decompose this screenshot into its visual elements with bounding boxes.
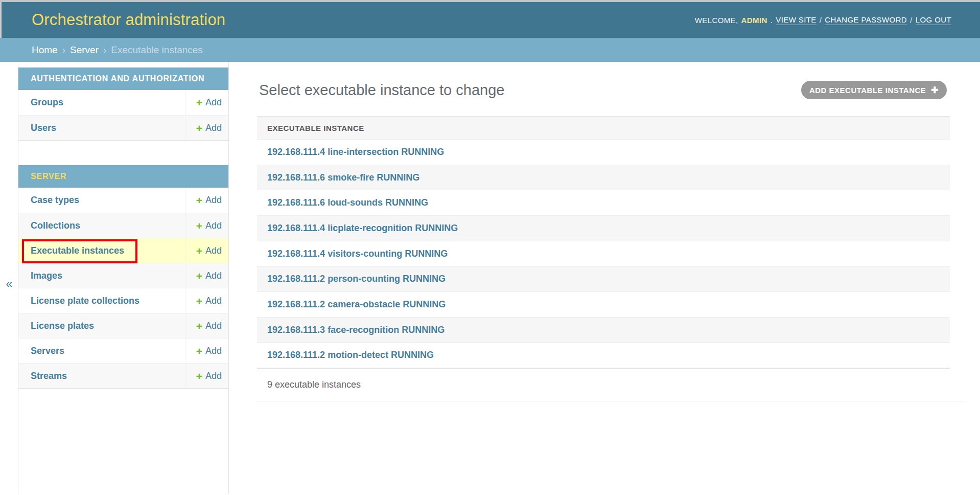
breadcrumb-current: Executable instances [111, 44, 203, 56]
sidebar-add-link[interactable]: + Add [185, 90, 228, 115]
executable-instance-link[interactable]: 192.168.111.4 line-intersection RUNNING [267, 147, 444, 158]
result-count: 9 executable instances [267, 379, 361, 390]
add-label: Add [205, 245, 222, 256]
table-column-header[interactable]: EXECUTABLE INSTANCE [257, 116, 950, 140]
paginator: 9 executable instances [257, 369, 965, 401]
page-title: Select executable instance to change [259, 82, 504, 99]
sidebar-model-link[interactable]: Servers [18, 346, 64, 356]
sidebar-model-link[interactable]: Images [18, 271, 62, 281]
executable-instance-link[interactable]: 192.168.111.3 face-recognition RUNNING [267, 325, 445, 335]
username: ADMIN [741, 16, 767, 25]
sidebar-model-row: Images + Add [18, 263, 228, 288]
add-icon: + [196, 296, 202, 306]
sidebar-section-server-title[interactable]: SERVER [18, 165, 228, 188]
sidebar-add-link[interactable]: + Add [185, 263, 228, 288]
breadcrumb-separator: › [103, 44, 106, 56]
add-label: Add [205, 123, 222, 133]
add-executable-instance-button[interactable]: ADD EXECUTABLE INSTANCE ✚ [801, 81, 947, 99]
executable-instance-link[interactable]: 192.168.111.4 visitors-counting RUNNING [267, 249, 448, 259]
site-title[interactable]: Orchestrator administration [32, 11, 225, 29]
sidebar-add-link[interactable]: + Add [185, 116, 228, 140]
welcome-text: WELCOME, [695, 16, 738, 25]
add-label: Add [205, 271, 222, 281]
add-label: Add [205, 220, 222, 231]
executable-instance-link[interactable]: 192.168.111.2 person-counting RUNNING [267, 274, 446, 284]
plus-icon: ✚ [931, 85, 939, 96]
sidebar-model-row: Groups + Add [18, 90, 228, 115]
add-icon: + [196, 271, 202, 281]
sidebar: AUTHENTICATION AND AUTHORIZATION Groups … [18, 62, 229, 494]
sidebar-server-rows: Case types + Add Collections + Add [18, 188, 228, 388]
executable-instance-link[interactable]: 192.168.111.2 motion-detect RUNNING [267, 350, 434, 361]
add-icon: + [196, 346, 202, 356]
add-icon: + [196, 123, 202, 133]
sidebar-model-row: Executable instances + Add [18, 238, 228, 263]
table-row: 192.168.111.4 line-intersection RUNNING [257, 140, 950, 165]
sidebar-section-auth-title[interactable]: AUTHENTICATION AND AUTHORIZATION [18, 68, 228, 90]
executable-instance-link[interactable]: 192.168.111.6 smoke-fire RUNNING [267, 172, 419, 183]
sidebar-model-link[interactable]: Groups [18, 97, 63, 108]
sidebar-add-link[interactable]: + Add [185, 313, 228, 338]
sidebar-module-server: SERVER Case types + Add Collections [18, 165, 228, 389]
welcome-period: . [771, 16, 773, 25]
sidebar-model-link[interactable]: Case types [18, 195, 79, 206]
sidebar-add-link[interactable]: + Add [185, 238, 228, 263]
sidebar-model-row: License plate collections + Add [18, 288, 228, 313]
sidebar-model-link[interactable]: Streams [18, 371, 67, 381]
sidebar-model-row: Servers + Add [18, 338, 228, 363]
sidebar-add-link[interactable]: + Add [185, 213, 228, 238]
add-icon: + [196, 97, 202, 108]
breadcrumb: Home › Server › Executable instances [0, 38, 980, 62]
sidebar-model-row: Streams + Add [18, 363, 228, 388]
log-out-link[interactable]: LOG OUT [916, 15, 951, 25]
sidebar-model-link[interactable]: Collections [18, 220, 80, 231]
sidebar-model-link[interactable]: Users [18, 123, 56, 133]
header: Orchestrator administration WELCOME, ADM… [2, 2, 980, 38]
table-row: 192.168.111.4 visitors-counting RUNNING [257, 241, 950, 266]
sidebar-add-link[interactable]: + Add [185, 288, 228, 313]
table-row: 192.168.111.2 motion-detect RUNNING [257, 342, 950, 368]
table-row: 192.168.111.6 loud-sounds RUNNING [257, 190, 950, 215]
breadcrumb-server[interactable]: Server [70, 44, 99, 56]
breadcrumb-home[interactable]: Home [32, 44, 58, 56]
table-row: 192.168.111.6 smoke-fire RUNNING [257, 165, 950, 190]
add-icon: + [196, 195, 202, 206]
sidebar-module-auth: AUTHENTICATION AND AUTHORIZATION Groups … [18, 68, 228, 141]
sidebar-add-link[interactable]: + Add [185, 339, 228, 363]
sidebar-model-link[interactable]: Executable instances [18, 245, 124, 256]
add-label: Add [205, 321, 222, 331]
table-row: 192.168.111.4 licplate-recognition RUNNI… [257, 215, 950, 241]
executable-instance-link[interactable]: 192.168.111.2 camera-obstacle RUNNING [267, 299, 446, 310]
breadcrumb-separator: › [62, 44, 65, 56]
sidebar-model-row: Collections + Add [18, 213, 228, 238]
add-label: Add [205, 97, 222, 108]
view-site-link[interactable]: VIEW SITE [776, 15, 816, 25]
add-button-label: ADD EXECUTABLE INSTANCE [809, 86, 926, 95]
executable-instance-link[interactable]: 192.168.111.6 loud-sounds RUNNING [267, 197, 428, 208]
add-label: Add [205, 195, 222, 206]
change-password-link[interactable]: CHANGE PASSWORD [825, 15, 907, 25]
executable-instance-link[interactable]: 192.168.111.4 licplate-recognition RUNNI… [267, 223, 458, 234]
sidebar-model-link[interactable]: License plate collections [18, 296, 139, 306]
user-tools-separator: / [820, 16, 822, 25]
user-tools-separator: / [910, 16, 913, 25]
sidebar-auth-rows: Groups + Add Users + Add [18, 90, 228, 140]
add-icon: + [196, 371, 202, 381]
sidebar-model-row: Case types + Add [18, 188, 228, 213]
table-row: 192.168.111.2 camera-obstacle RUNNING [257, 291, 950, 317]
results-table: 192.168.111.4 line-intersection RUNNING … [257, 140, 950, 368]
add-icon: + [196, 321, 202, 331]
table-row: 192.168.111.3 face-recognition RUNNING [257, 317, 950, 343]
add-label: Add [205, 296, 222, 306]
add-label: Add [205, 371, 222, 381]
sidebar-model-row: Users + Add [18, 115, 228, 140]
sidebar-model-row: License plates + Add [18, 313, 228, 338]
table-row: 192.168.111.2 person-counting RUNNING [257, 266, 950, 291]
sidebar-collapse-icon[interactable]: « [3, 277, 16, 291]
sidebar-model-link[interactable]: License plates [18, 321, 94, 331]
sidebar-add-link[interactable]: + Add [185, 364, 228, 388]
user-tools: WELCOME, ADMIN. VIEW SITE / CHANGE PASSW… [695, 2, 951, 38]
add-icon: + [196, 245, 202, 256]
sidebar-add-link[interactable]: + Add [185, 188, 228, 213]
admin-page: Orchestrator administration WELCOME, ADM… [0, 0, 980, 495]
